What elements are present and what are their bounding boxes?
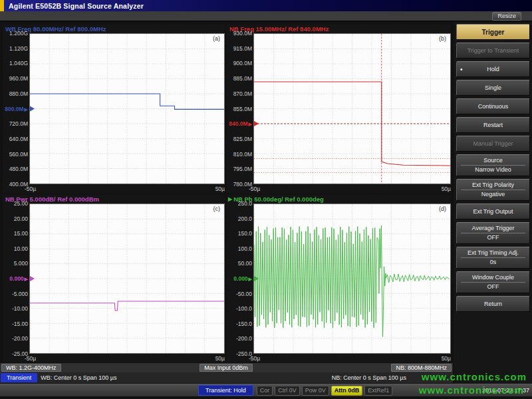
softkey-value: OFF — [461, 233, 525, 241]
y-axis: 1.200G1.120G1.040G960.0M880.0M800.0M▶720… — [3, 33, 29, 184]
y-tick-label: 880.0M — [9, 90, 28, 96]
chart-panel-nb-phase[interactable]: ▶ NB Ph 50.00deg/ Ref 0.000deg 250.0200.… — [227, 195, 451, 362]
x-tick-max: 50µ — [215, 355, 225, 362]
nb-range-label: NB: 800M-880MHz — [391, 364, 452, 372]
softkey-manual-trigger: Manual Trigger — [456, 136, 530, 152]
x-axis: -50µ 50µ — [3, 184, 225, 193]
y-tick-label: 25.00 — [14, 201, 28, 207]
analyzer-screen: Agilent E5052B Signal Source Analyzer Re… — [0, 0, 532, 399]
title-bar: Agilent E5052B Signal Source Analyzer — [0, 0, 532, 11]
status-indicator-extref1: ExtRef1 — [364, 386, 392, 396]
status-indicator-cor: Cor — [257, 386, 273, 396]
y-tick-label: -10.00 — [12, 306, 28, 312]
softkey-source[interactable]: SourceNarrow Video — [456, 154, 530, 176]
panel-label: (b) — [439, 35, 446, 42]
trace-plot — [254, 204, 450, 353]
status-indicator-pow-0v: Pow 0V — [302, 386, 329, 396]
x-axis: -50µ 50µ — [227, 184, 451, 193]
y-tick-label: 640.0M — [9, 136, 28, 142]
softkey-label: Return — [484, 301, 502, 308]
y-tick-label: 0.000▶ — [9, 276, 28, 282]
wb-sweep-label: WB: Center 0 s Span 100 µs — [41, 374, 116, 381]
y-tick-label: 900.0M — [233, 61, 252, 66]
chart-panel-nb-power[interactable]: NB Pwr 5.000dB/ Ref 0.000dBm 25.0020.001… — [3, 195, 225, 362]
y-axis: 250.0200.0150.0100.050.000.000▶-50.00-10… — [227, 203, 253, 354]
y-tick-label: 1.120G — [9, 45, 28, 51]
softkey-label: Average Trigger — [472, 225, 515, 232]
softkey-continuous[interactable]: Continuous — [456, 98, 530, 114]
softkey-ext-trig-timing-adj[interactable]: Ext Trig Timing Adj.0s — [456, 247, 530, 269]
softkey-label: Window Couple — [472, 274, 514, 281]
x-axis: -50µ 50µ — [3, 354, 225, 362]
resize-button[interactable]: Resize — [492, 12, 521, 21]
softkey-window-couple[interactable]: Window CoupleOFF — [456, 271, 530, 293]
chart-title: NB Freq 15.00MHz/ Ref 840.0MHz — [227, 25, 451, 33]
y-tick-label: 825.0M — [233, 136, 252, 142]
softkey-menu: TriggerTrigger to TransientHoldSingleCon… — [454, 21, 532, 384]
plot-area: (b) — [253, 33, 451, 184]
softkey-label: Restart — [483, 122, 503, 129]
status-datetime: 2016-07-27 17:37 — [482, 387, 529, 394]
x-tick-max: 50µ — [442, 355, 451, 362]
panel-label: (d) — [439, 205, 446, 212]
softkey-hold[interactable]: Hold — [456, 61, 530, 77]
y-tick-label: 840.0M▶ — [229, 121, 252, 127]
softkey-label: Continuous — [478, 103, 509, 110]
y-tick-label: -20.00 — [12, 336, 28, 342]
trace-plot — [30, 204, 224, 353]
y-tick-label: -50.00 — [236, 291, 252, 297]
y-tick-label: 885.0M — [233, 76, 252, 82]
y-tick-label: 400.0M — [9, 182, 28, 188]
softkey-label: Hold — [487, 66, 499, 73]
plot-area: (d) — [253, 203, 451, 354]
softkey-ext-trig-polarity[interactable]: Ext Trig PolarityNegative — [456, 179, 530, 201]
nb-sweep-label: NB: Center 0 s Span 100 µs — [332, 374, 406, 381]
y-tick-label: 100.0 — [238, 245, 252, 251]
y-tick-label: 855.0M — [233, 106, 252, 112]
ref-marker-icon: ▶ — [25, 276, 28, 282]
y-tick-label: 150.0 — [238, 231, 252, 237]
softkey-label: Ext Trig Output — [473, 208, 513, 215]
wb-range-label: WB: 1.2G-400MHz — [1, 364, 61, 372]
app-title: Agilent E5052B Signal Source Analyzer — [9, 2, 144, 10]
softkey-average-trigger[interactable]: Average TriggerOFF — [456, 222, 530, 244]
y-tick-label: 795.0M — [233, 166, 252, 172]
softkey-label: Single — [485, 84, 501, 92]
chart-panel-wb-freq[interactable]: WB Freq 80.00MHz/ Ref 800.0MHz 1.200G1.1… — [3, 25, 225, 193]
chart-title: ▶ NB Ph 50.00deg/ Ref 0.000deg — [227, 195, 451, 203]
x-axis: -50µ 50µ — [227, 354, 451, 362]
range-bar: WB: 1.2G-400MHz Max Input 0dBm NB: 800M-… — [0, 363, 453, 372]
status-indicator-attn-0db: Attn 0dB — [331, 386, 363, 396]
y-tick-label: 20.00 — [14, 215, 28, 221]
y-tick-label: -250.0 — [236, 351, 252, 357]
chart-panel-nb-freq[interactable]: NB Freq 15.00MHz/ Ref 840.0MHz 930.0M915… — [227, 25, 451, 193]
y-tick-label: -5.000 — [12, 291, 28, 297]
trigger-status-badge: Transient: Hold — [198, 385, 253, 396]
y-tick-label: 200.0 — [238, 215, 252, 221]
y-tick-label: 720.0M — [9, 121, 28, 127]
y-tick-label: 1.040G — [9, 61, 28, 66]
measurement-mode-badge: Transient — [1, 373, 37, 382]
trace-plot — [30, 34, 224, 184]
ref-marker-icon: ▶ — [249, 121, 252, 127]
softkey-single[interactable]: Single — [456, 80, 530, 96]
active-trace-icon: ▶ — [228, 196, 232, 202]
y-tick-label: -25.00 — [12, 351, 28, 357]
max-input-label: Max Input 0dBm — [200, 364, 253, 372]
plot-area: (a) — [29, 33, 225, 184]
softkey-value: Negative — [461, 190, 525, 198]
softkey-restart[interactable]: Restart — [456, 117, 530, 133]
menu-title-trigger: Trigger — [456, 24, 530, 40]
y-tick-label: 870.0M — [233, 90, 252, 96]
y-tick-label: 1.200G — [9, 31, 28, 37]
y-tick-label: 10.00 — [14, 245, 28, 251]
softkey-return[interactable]: Return — [456, 296, 530, 312]
sweep-bar: Transient WB: Center 0 s Span 100 µs NB:… — [0, 372, 453, 383]
y-tick-label: 960.0M — [9, 76, 28, 82]
y-tick-label: 5.000 — [14, 261, 28, 267]
softkey-label: Source — [483, 157, 503, 164]
status-indicators: CorCtrl 0VPow 0VAttn 0dBExtRef1 — [257, 386, 393, 396]
y-tick-label: 810.0M — [233, 151, 252, 157]
softkey-ext-trig-output[interactable]: Ext Trig Output — [456, 203, 530, 219]
status-bar: Transient: Hold CorCtrl 0VPow 0VAttn 0dB… — [0, 384, 532, 396]
